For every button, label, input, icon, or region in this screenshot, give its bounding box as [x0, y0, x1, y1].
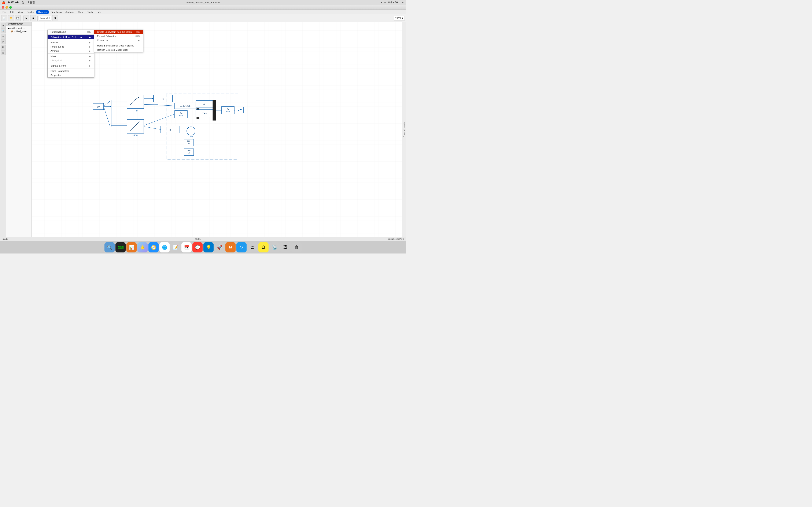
refresh-selected-label: Refresh Selected Model Block	[97, 49, 128, 51]
menu-subsystem-model-ref[interactable]: Subsystem & Model Reference ▶	[48, 35, 94, 39]
svg-text:f(u): f(u)	[180, 112, 183, 114]
open-button[interactable]: 📂	[8, 15, 14, 21]
zoom-in-icon[interactable]: 🔍	[1, 28, 6, 34]
tree-item-child[interactable]: 📦 untitled_resto	[7, 30, 31, 33]
menu-file[interactable]: File	[1, 10, 8, 14]
format-arrow-icon: ▶	[89, 41, 91, 44]
dock-calendar[interactable]: 📅	[182, 242, 192, 252]
stop-button[interactable]: ⏹	[30, 15, 36, 21]
expand-subsystem-shortcut: ⇧⌘G	[134, 35, 140, 38]
image-icon[interactable]: 🖼	[1, 45, 6, 50]
svg-text:1-D T(u): 1-D T(u)	[133, 110, 138, 112]
menu-refresh-selected[interactable]: Refresh Selected Model Block	[94, 48, 143, 52]
menu-block-parameters[interactable]: Block Parameters	[48, 69, 94, 73]
menu-mask[interactable]: Mask ▶	[48, 54, 94, 58]
convert-arrow-icon: ▶	[138, 39, 140, 42]
left-sidebar: ◀ 🔍 ⊞ ◻ 🖼 ⊟	[0, 22, 6, 237]
dock-airdrop[interactable]: 📡	[269, 242, 280, 252]
menu-analysis[interactable]: Analysis	[64, 10, 76, 14]
maximize-button[interactable]	[9, 6, 12, 9]
menubar-help[interactable]: 도움말	[27, 1, 35, 4]
svg-text:1-D T(u): 1-D T(u)	[133, 134, 138, 136]
zoom-status: 150%	[195, 238, 201, 240]
dock-rider[interactable]: 🚀	[214, 242, 224, 252]
dock-safari[interactable]: 🧭	[148, 242, 159, 252]
dock-chrome[interactable]: 🌐	[159, 242, 169, 252]
save-button[interactable]: 💾	[15, 15, 21, 21]
properties-label: Properties...	[51, 74, 63, 76]
status-ready: Ready	[2, 238, 8, 240]
dock-matlab2[interactable]: M	[225, 242, 236, 252]
dock-vscode[interactable]: 💡	[203, 242, 214, 252]
menu-create-subsystem[interactable]: Create Subsystem from Selection ⌘G	[94, 30, 143, 34]
zoom-reset-icon[interactable]: ⊞	[1, 34, 6, 39]
zoom-arrow-icon: ▾	[402, 17, 403, 19]
new-button[interactable]: 📄	[1, 15, 7, 21]
dock-finder2[interactable]: 🗂	[247, 242, 258, 252]
library-link-label: Library Link	[51, 59, 63, 62]
dock-siri[interactable]: 🌟	[138, 242, 148, 252]
apple-icon[interactable]: 🍎	[2, 1, 5, 4]
menu-arrange[interactable]: Arrange ▶	[48, 49, 94, 53]
menu-help[interactable]: Help	[95, 10, 103, 14]
property-inspector-panel: Property Inspector	[402, 22, 406, 237]
svg-text:Clock: Clock	[189, 135, 194, 137]
dock-textedit[interactable]: 📝	[170, 242, 181, 252]
menu-simulation[interactable]: Simulation	[49, 10, 63, 14]
canvas-area[interactable]: 30 1-D T(u) k	[32, 22, 402, 237]
app-name-label: MATLAB	[8, 1, 19, 4]
menu-view[interactable]: View	[16, 10, 25, 14]
matlab-menu-bar: File Edit View Display Diagram Simulatio…	[0, 10, 406, 14]
menu-code[interactable]: Code	[76, 10, 85, 14]
settings-button[interactable]: ⚙	[52, 15, 58, 21]
menu-model-block-visibility[interactable]: Model Block Normal Mode Visibility...	[94, 44, 143, 48]
create-subsystem-shortcut: ⌘G	[136, 31, 140, 33]
run-button[interactable]: ▶	[23, 15, 30, 21]
create-subsystem-label: Create Subsystem from Selection	[97, 31, 132, 33]
svg-text:Zeta: Zeta	[202, 112, 207, 115]
dock-photos[interactable]: 🖼	[281, 242, 291, 252]
menu-properties[interactable]: Properties...	[48, 73, 94, 77]
menu-tools[interactable]: Tools	[86, 10, 95, 14]
menu-diagram[interactable]: Diagram	[36, 10, 49, 14]
window-title: untitled_restored_from_autosave	[186, 1, 220, 4]
dock-trash[interactable]: 🗑	[291, 242, 302, 252]
menu-rotate-flip[interactable]: Rotate & Flip ▶	[48, 45, 94, 49]
dock-talks[interactable]: 💬	[192, 242, 203, 252]
matlab-window: File Edit View Display Diagram Simulatio…	[0, 5, 406, 241]
dock-matlab[interactable]: 📊	[126, 242, 137, 252]
refresh-blocks-shortcut: ⌘K	[87, 31, 91, 33]
dock-terminal[interactable]: ⌨	[115, 242, 125, 252]
grid-icon[interactable]: ⊟	[1, 50, 6, 55]
tree-child-icon: 📦	[11, 30, 13, 33]
solver-status: VariableStepAuto	[388, 238, 404, 240]
svg-rect-43	[221, 107, 234, 114]
svg-text:b: b	[169, 128, 171, 131]
main-area: ◀ 🔍 ⊞ ◻ 🖼 ⊟ Model Browser ▶ untitled_res…	[0, 22, 406, 237]
menu-format[interactable]: Format ▶	[48, 40, 94, 45]
menu-display[interactable]: Display	[25, 10, 36, 14]
svg-text:k: k	[162, 97, 164, 100]
dock-simulink[interactable]: S	[237, 242, 247, 252]
simulation-mode-dropdown[interactable]: Normal ▾	[39, 16, 51, 21]
mask-label: Mask	[51, 55, 56, 57]
dock-finder[interactable]: 🔍	[104, 242, 115, 252]
model-browser-toggle[interactable]: ◀	[1, 23, 6, 28]
signals-ports-label: Signals & Ports	[51, 64, 66, 67]
close-button[interactable]	[2, 6, 4, 9]
macos-dock: 🔍 ⌨ 📊 🌟 🧭 🌐 📝 📅 💬 💡 🚀 M S 🗂 🗒 📡 🖼 🗑	[0, 241, 406, 253]
diagram-dropdown-menu: Refresh Blocks ⌘K Subsystem & Model Refe…	[47, 30, 94, 77]
menu-convert-to[interactable]: Convert to ▶	[94, 38, 143, 43]
model-browser-header: Model Browser	[6, 22, 32, 26]
zoom-dropdown[interactable]: 150% ▾	[394, 16, 405, 21]
menu-edit[interactable]: Edit	[8, 10, 16, 14]
tree-item-root[interactable]: ▶ untitled_resto...	[7, 26, 31, 30]
menu-signals-ports[interactable]: Signals & Ports ▶	[48, 64, 94, 68]
minimize-button[interactable]	[5, 6, 8, 9]
menu-refresh-blocks[interactable]: Refresh Blocks ⌘K	[48, 30, 94, 34]
dock-notes[interactable]: 🗒	[258, 242, 268, 252]
zoom-out-icon[interactable]: ◻	[1, 39, 6, 44]
menubar-window[interactable]: 창	[22, 1, 24, 4]
menu-expand-subsystem[interactable]: Expand Subsystem ⇧⌘G	[94, 34, 143, 38]
svg-text:sqrt(u(1)/10): sqrt(u(1)/10)	[180, 105, 191, 107]
